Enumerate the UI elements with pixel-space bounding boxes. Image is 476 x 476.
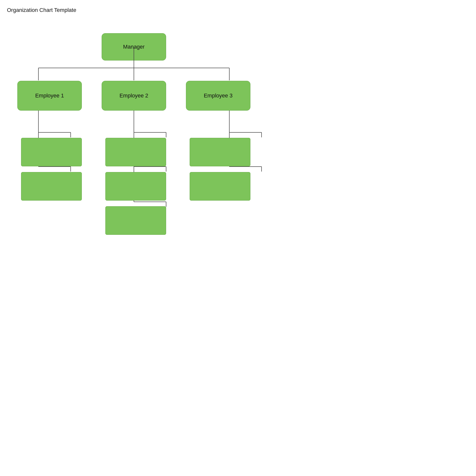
employee3-sub2-node — [190, 172, 250, 201]
employee1-node: Employee 1 — [17, 81, 82, 111]
employee3-sub1-node — [190, 138, 250, 166]
employee2-node: Employee 2 — [102, 81, 166, 111]
manager-node: Manager — [102, 33, 166, 60]
page-title: Organization Chart Template — [0, 0, 268, 13]
employee2-sub3-node — [105, 206, 166, 235]
employee3-node: Employee 3 — [186, 81, 250, 111]
employee2-sub1-node — [105, 138, 166, 166]
employee1-sub2-node — [21, 172, 82, 201]
employee1-sub1-node — [21, 138, 82, 166]
employee2-sub2-node — [105, 172, 166, 201]
